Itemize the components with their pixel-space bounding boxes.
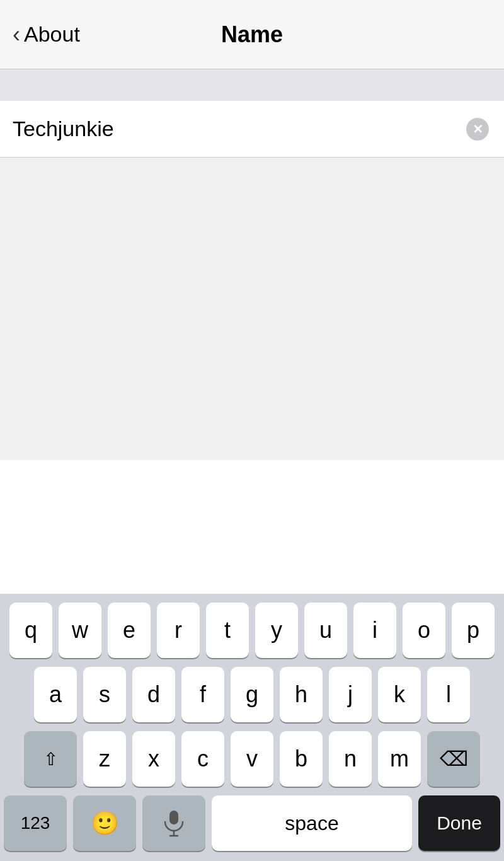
back-button[interactable]: ‹ About <box>13 22 80 47</box>
emoji-icon: 🙂 <box>91 810 119 836</box>
key-f[interactable]: f <box>181 667 224 722</box>
back-label: About <box>24 22 80 47</box>
clear-button[interactable]: ✕ <box>464 115 491 143</box>
backspace-key[interactable]: ⌫ <box>427 731 480 787</box>
key-j[interactable]: j <box>329 667 372 722</box>
key-t[interactable]: t <box>206 603 249 658</box>
key-c[interactable]: c <box>181 731 224 787</box>
key-h[interactable]: h <box>280 667 323 722</box>
content-area <box>0 158 504 460</box>
done-key[interactable]: Done <box>418 795 500 851</box>
key-u[interactable]: u <box>304 603 347 658</box>
space-key-label: space <box>285 812 338 835</box>
shift-icon: ⇧ <box>43 749 58 770</box>
keyboard-row-1: q w e r t y u i o p <box>4 603 500 658</box>
keyboard-row-2: a s d f g h j k l <box>4 667 500 722</box>
key-k[interactable]: k <box>378 667 421 722</box>
keyboard-bottom-row: 123 🙂 space Done <box>4 795 500 861</box>
key-o[interactable]: o <box>403 603 445 658</box>
separator-area <box>0 69 504 101</box>
key-y[interactable]: y <box>255 603 298 658</box>
space-key[interactable]: space <box>212 795 412 851</box>
key-i[interactable]: i <box>353 603 396 658</box>
key-q[interactable]: q <box>9 603 52 658</box>
microphone-key[interactable] <box>142 795 205 851</box>
numbers-key[interactable]: 123 <box>4 795 67 851</box>
clear-icon: ✕ <box>466 118 489 141</box>
key-w[interactable]: w <box>59 603 101 658</box>
done-key-label: Done <box>437 812 482 834</box>
back-chevron-icon: ‹ <box>13 23 20 46</box>
key-r[interactable]: r <box>157 603 200 658</box>
key-d[interactable]: d <box>132 667 175 722</box>
emoji-key[interactable]: 🙂 <box>73 795 136 851</box>
key-l[interactable]: l <box>427 667 470 722</box>
microphone-icon <box>163 809 185 837</box>
key-g[interactable]: g <box>231 667 273 722</box>
key-n[interactable]: n <box>329 731 372 787</box>
name-input[interactable] <box>13 117 464 141</box>
svg-rect-0 <box>169 811 178 824</box>
backspace-icon: ⌫ <box>440 747 468 771</box>
key-e[interactable]: e <box>108 603 151 658</box>
key-z[interactable]: z <box>83 731 126 787</box>
navigation-bar: ‹ About Name <box>0 0 504 69</box>
key-m[interactable]: m <box>378 731 421 787</box>
page-title: Name <box>221 21 283 48</box>
keyboard: q w e r t y u i o p a s d f g h j k l ⇧ … <box>0 594 504 861</box>
key-a[interactable]: a <box>34 667 77 722</box>
key-x[interactable]: x <box>132 731 175 787</box>
key-s[interactable]: s <box>83 667 126 722</box>
shift-key[interactable]: ⇧ <box>24 731 77 787</box>
numbers-key-label: 123 <box>21 813 50 833</box>
key-v[interactable]: v <box>231 731 273 787</box>
input-row: ✕ <box>0 101 504 158</box>
key-b[interactable]: b <box>280 731 323 787</box>
key-p[interactable]: p <box>452 603 495 658</box>
keyboard-row-3: ⇧ z x c v b n m ⌫ <box>4 731 500 787</box>
